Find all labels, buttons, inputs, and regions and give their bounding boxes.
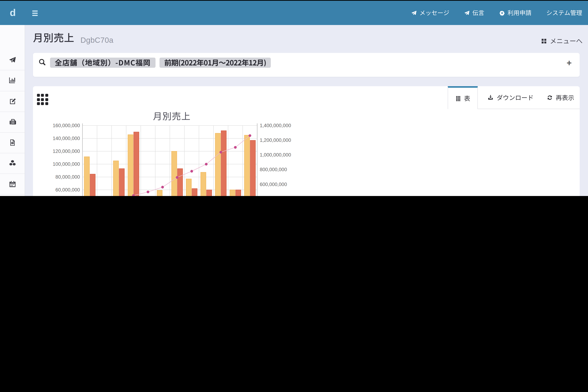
svg-text:140,000,000: 140,000,000 [53,136,80,141]
svg-text:120,000,000: 120,000,000 [53,148,80,154]
svg-text:60,000,000: 60,000,000 [56,187,80,192]
svg-text:600,000,000: 600,000,000 [260,182,287,187]
svg-text:1,200,000,000: 1,200,000,000 [260,138,291,143]
svg-text:800,000,000: 800,000,000 [260,167,287,172]
svg-text:100,000,000: 100,000,000 [53,162,80,167]
svg-text:1,000,000,000: 1,000,000,000 [260,152,291,158]
svg-text:160,000,000: 160,000,000 [53,123,80,128]
svg-text:1,400,000,000: 1,400,000,000 [260,123,291,128]
svg-text:80,000,000: 80,000,000 [56,174,80,180]
